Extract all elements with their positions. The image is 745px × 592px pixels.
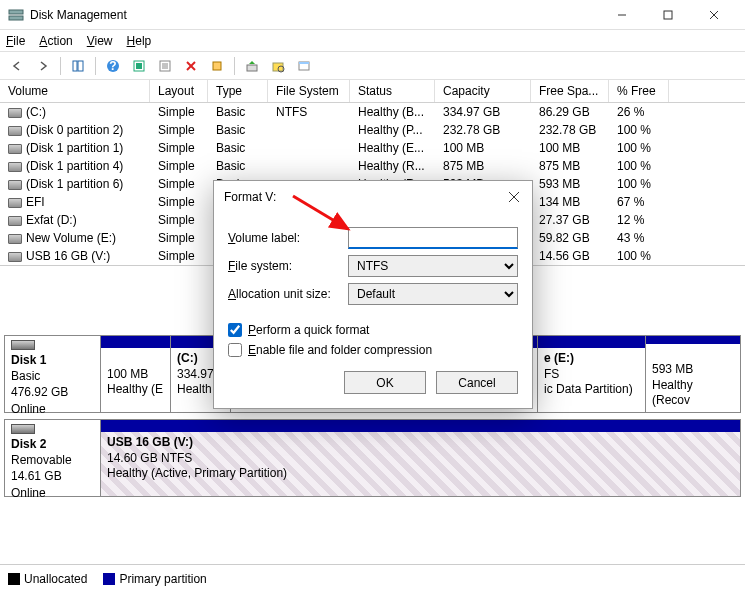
col-pctfree[interactable]: % Free [609, 80, 669, 102]
col-capacity[interactable]: Capacity [435, 80, 531, 102]
quick-format-checkbox[interactable] [228, 323, 242, 337]
col-filesystem[interactable]: File System [268, 80, 350, 102]
partition[interactable]: 100 MBHealthy (E [101, 336, 171, 412]
grid-header: Volume Layout Type File System Status Ca… [0, 80, 745, 103]
show-hide-button[interactable] [67, 55, 89, 77]
close-button[interactable] [691, 0, 737, 30]
maximize-button[interactable] [645, 0, 691, 30]
svg-rect-23 [299, 62, 309, 64]
partition-selected[interactable]: USB 16 GB (V:)14.60 GB NTFSHealthy (Acti… [101, 420, 740, 496]
col-free[interactable]: Free Spa... [531, 80, 609, 102]
svg-rect-6 [73, 61, 77, 71]
partition[interactable]: 593 MBHealthy (Recov [646, 336, 740, 412]
remove-button[interactable] [180, 55, 202, 77]
disk-2-header: Disk 2 Removable 14.61 GB Online [5, 420, 101, 496]
menu-view[interactable]: View [87, 34, 113, 48]
settings-button[interactable] [206, 55, 228, 77]
svg-rect-19 [247, 65, 257, 71]
compression-checkbox[interactable] [228, 343, 242, 357]
disk-type: Removable [11, 453, 72, 467]
disk-state: Online [11, 402, 46, 416]
properties-button[interactable] [154, 55, 176, 77]
toolbar: ? [0, 52, 745, 80]
disk-type: Basic [11, 369, 40, 383]
rescan-button[interactable] [241, 55, 263, 77]
col-layout[interactable]: Layout [150, 80, 208, 102]
list-button[interactable] [293, 55, 315, 77]
svg-rect-18 [213, 62, 221, 70]
legend-primary: Primary partition [103, 572, 206, 586]
allocation-select[interactable]: Default [348, 283, 518, 305]
menu-file[interactable]: File [6, 34, 25, 48]
disk-1-header: Disk 1 Basic 476.92 GB Online [5, 336, 101, 412]
col-volume[interactable]: Volume [0, 80, 150, 102]
svg-rect-11 [136, 63, 142, 69]
help-button[interactable]: ? [102, 55, 124, 77]
col-type[interactable]: Type [208, 80, 268, 102]
table-row[interactable]: (Disk 1 partition 1)SimpleBasicHealthy (… [0, 139, 745, 157]
refresh-button[interactable] [128, 55, 150, 77]
format-dialog: Format V: Volume label: File system: NTF… [213, 180, 533, 409]
app-icon [8, 7, 24, 23]
disk-name: Disk 2 [11, 437, 46, 451]
menu-bar: File Action View Help [0, 30, 745, 52]
svg-text:?: ? [109, 59, 116, 73]
dialog-close-button[interactable] [506, 189, 522, 205]
svg-rect-1 [9, 16, 23, 20]
disk-icon [11, 340, 35, 350]
minimize-button[interactable] [599, 0, 645, 30]
volume-label-label: Volume label: [228, 231, 348, 245]
legend-unallocated: Unallocated [8, 572, 87, 586]
col-status[interactable]: Status [350, 80, 435, 102]
disk-2-row[interactable]: Disk 2 Removable 14.61 GB Online USB 16 … [4, 419, 741, 497]
partition[interactable]: e (E:)FSic Data Partition) [538, 336, 646, 412]
file-system-label: File system: [228, 259, 348, 273]
disk-size: 476.92 GB [11, 385, 68, 399]
svg-rect-0 [9, 10, 23, 14]
file-system-select[interactable]: NTFS [348, 255, 518, 277]
ok-button[interactable]: OK [344, 371, 426, 394]
legend: Unallocated Primary partition [0, 564, 745, 592]
menu-action[interactable]: Action [39, 34, 72, 48]
title-bar: Disk Management [0, 0, 745, 30]
menu-help[interactable]: Help [127, 34, 152, 48]
view-button[interactable] [267, 55, 289, 77]
table-row[interactable]: (Disk 0 partition 2)SimpleBasicHealthy (… [0, 121, 745, 139]
allocation-label: Allocation unit size: [228, 287, 348, 301]
quick-format-label: Perform a quick format [248, 323, 369, 337]
svg-rect-3 [664, 11, 672, 19]
back-button[interactable] [6, 55, 28, 77]
disk-size: 14.61 GB [11, 469, 62, 483]
dialog-title: Format V: [224, 190, 506, 204]
compression-label: Enable file and folder compression [248, 343, 432, 357]
forward-button[interactable] [32, 55, 54, 77]
disk-name: Disk 1 [11, 353, 46, 367]
volume-label-input[interactable] [348, 227, 518, 249]
table-row[interactable]: (C:)SimpleBasicNTFSHealthy (B...334.97 G… [0, 103, 745, 121]
cancel-button[interactable]: Cancel [436, 371, 518, 394]
disk-state: Online [11, 486, 46, 500]
window-title: Disk Management [30, 8, 599, 22]
svg-rect-7 [78, 61, 83, 71]
table-row[interactable]: (Disk 1 partition 4)SimpleBasicHealthy (… [0, 157, 745, 175]
disk-icon [11, 424, 35, 434]
